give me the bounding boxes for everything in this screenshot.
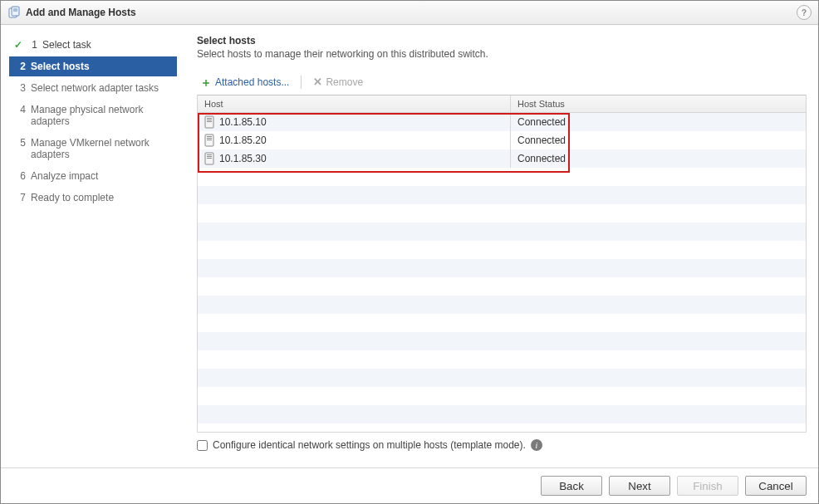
- toolbar-separator: [301, 76, 302, 89]
- step-select-hosts[interactable]: 2 Select hosts: [9, 56, 177, 76]
- next-button[interactable]: Next: [609, 476, 670, 496]
- wizard-steps: ✓ 1 Select task 2 Select hosts 3 Select …: [1, 25, 185, 459]
- grid-body[interactable]: 10.1.85.10 Connected 10.1.85.20 Connecte…: [198, 113, 806, 432]
- table-row[interactable]: 10.1.85.20 Connected: [198, 131, 806, 149]
- table-row[interactable]: 10.1.85.30 Connected: [198, 149, 806, 168]
- finish-button: Finish: [677, 476, 738, 496]
- table-row[interactable]: 10.1.85.10 Connected: [198, 113, 806, 131]
- svg-rect-6: [207, 120, 212, 120]
- wizard-icon: [7, 6, 21, 19]
- template-mode-label: Configure identical network settings on …: [213, 439, 526, 451]
- svg-rect-7: [207, 121, 212, 122]
- host-status: Connected: [517, 153, 566, 164]
- grid-header: Host Host Status: [198, 95, 806, 113]
- window-title: Add and Manage Hosts: [26, 7, 136, 18]
- svg-rect-5: [207, 118, 212, 119]
- host-ip: 10.1.85.30: [219, 153, 267, 164]
- svg-rect-9: [207, 136, 212, 137]
- svg-rect-13: [207, 154, 212, 155]
- host-status: Connected: [517, 116, 566, 128]
- host-status: Connected: [517, 135, 566, 146]
- wizard-window: Add and Manage Hosts ? ✓ 1 Select task 2…: [0, 0, 819, 504]
- step-select-task[interactable]: ✓ 1 Select task: [9, 35, 177, 55]
- remove-icon: ✕: [313, 78, 322, 86]
- svg-rect-11: [207, 139, 212, 140]
- remove-button: ✕ Remove: [310, 75, 366, 90]
- back-button[interactable]: Back: [541, 476, 602, 496]
- template-mode-checkbox[interactable]: [197, 440, 208, 451]
- step-manage-physical: 4 Manage physical network adapters: [9, 100, 177, 131]
- help-icon[interactable]: ?: [797, 5, 812, 20]
- attached-hosts-button[interactable]: ＋ Attached hosts...: [197, 75, 292, 90]
- checkmark-icon: ✓: [14, 39, 22, 51]
- svg-rect-10: [207, 138, 212, 139]
- remove-label: Remove: [326, 76, 363, 88]
- svg-rect-15: [207, 158, 212, 159]
- svg-rect-14: [207, 156, 212, 157]
- page-subtitle: Select hosts to manage their networking …: [197, 48, 807, 60]
- step-manage-vmkernel: 5 Manage VMkernel network adapters: [9, 133, 177, 164]
- host-ip: 10.1.85.10: [219, 116, 267, 128]
- info-icon[interactable]: i: [531, 439, 542, 451]
- column-header-host[interactable]: Host: [198, 95, 511, 112]
- attached-hosts-label: Attached hosts...: [215, 76, 289, 88]
- plus-icon: ＋: [200, 78, 212, 86]
- titlebar: Add and Manage Hosts ?: [1, 1, 818, 25]
- step-select-adapter-tasks: 3 Select network adapter tasks: [9, 78, 177, 98]
- cancel-button[interactable]: Cancel: [745, 476, 807, 496]
- step-ready-complete: 7 Ready to complete: [9, 188, 177, 208]
- host-icon: [204, 134, 214, 147]
- host-ip: 10.1.85.20: [219, 135, 267, 146]
- column-header-status[interactable]: Host Status: [511, 95, 806, 112]
- host-icon: [204, 152, 214, 165]
- wizard-footer: Back Next Finish Cancel: [1, 468, 818, 503]
- host-icon: [204, 115, 214, 129]
- grid-toolbar: ＋ Attached hosts... ✕ Remove: [197, 71, 807, 95]
- step-analyze-impact: 6 Analyze impact: [9, 166, 177, 186]
- page-title: Select hosts: [197, 35, 807, 46]
- content-pane: Select hosts Select hosts to manage thei…: [185, 25, 818, 459]
- hosts-grid: Host Host Status 10.1.85.10 Connected: [197, 95, 807, 433]
- template-mode-row: Configure identical network settings on …: [197, 433, 807, 459]
